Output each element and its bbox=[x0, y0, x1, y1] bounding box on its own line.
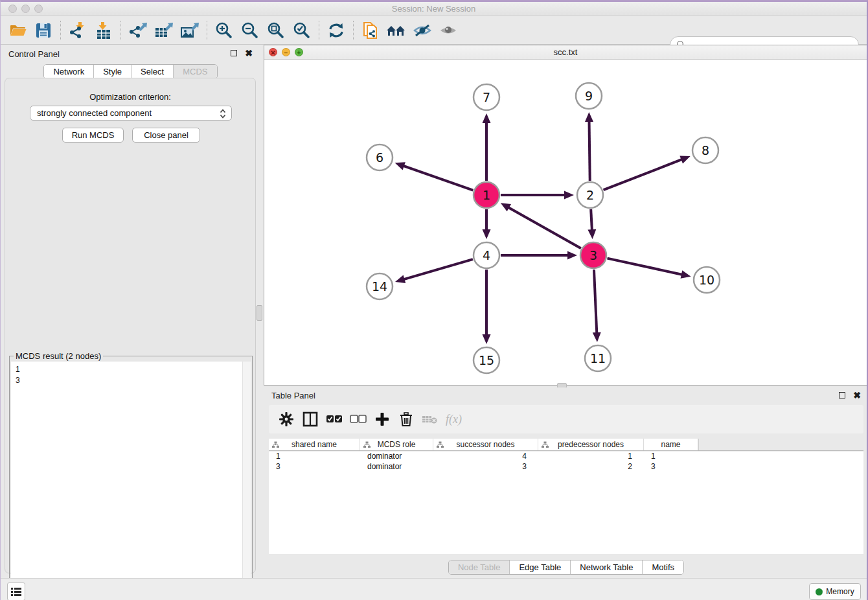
table-panel: Table Panel ✖ bbox=[264, 387, 868, 577]
graph-edge-3-10[interactable] bbox=[607, 259, 682, 275]
eye-icon bbox=[439, 22, 458, 39]
tab-motifs[interactable]: Motifs bbox=[643, 560, 683, 574]
panel-splitter-handle[interactable] bbox=[257, 305, 262, 321]
tree-icon bbox=[542, 441, 549, 448]
gear-icon bbox=[279, 411, 294, 427]
open-session-button[interactable] bbox=[5, 19, 30, 41]
network-graph-canvas[interactable]: 1234678910111415 bbox=[264, 60, 867, 385]
column-header-successor-nodes[interactable]: successor nodes bbox=[433, 439, 538, 450]
application-window: Session: New Session bbox=[0, 0, 868, 600]
table-row[interactable]: 1dominator411 bbox=[269, 451, 863, 461]
export-table-button[interactable] bbox=[151, 19, 177, 41]
float-panel-icon[interactable] bbox=[231, 50, 237, 56]
close-panel-button[interactable]: Close panel bbox=[132, 128, 200, 143]
show-all-button[interactable] bbox=[435, 19, 461, 41]
list-icon bbox=[10, 586, 22, 597]
float-table-panel-icon[interactable] bbox=[839, 392, 845, 398]
import-network-button[interactable] bbox=[65, 19, 91, 41]
select-all-button[interactable] bbox=[322, 408, 346, 430]
tab-network[interactable]: Network bbox=[44, 65, 94, 78]
clone-network-button[interactable] bbox=[358, 19, 383, 41]
export-image-icon bbox=[180, 21, 200, 40]
graph-edge-2-9[interactable] bbox=[589, 121, 589, 181]
tree-icon bbox=[437, 441, 444, 448]
table-cell: 2 bbox=[538, 461, 644, 472]
mcds-result-box: MCDS result (2 nodes) 13 bbox=[9, 356, 253, 600]
network-window-titlebar[interactable]: ✕ − + scc.txt bbox=[264, 45, 867, 60]
save-session-button[interactable] bbox=[30, 19, 56, 41]
graph-node-label-3: 3 bbox=[589, 248, 597, 262]
trash-icon bbox=[399, 411, 413, 427]
table-panel-tabs: Node TableEdge TableNetwork TableMotifs bbox=[264, 560, 868, 575]
criterion-dropdown[interactable]: strongly connected component bbox=[30, 106, 232, 121]
graph-edge-2-8[interactable] bbox=[604, 159, 683, 190]
tab-edge-table[interactable]: Edge Table bbox=[510, 560, 571, 574]
graph-arrowhead bbox=[681, 270, 691, 279]
delete-table-icon bbox=[422, 414, 439, 424]
graph-edge-4-14[interactable] bbox=[403, 259, 472, 279]
table-cell: 1 bbox=[269, 451, 360, 461]
tab-mcds[interactable]: MCDS bbox=[174, 65, 216, 78]
graph-arrowhead bbox=[395, 275, 405, 283]
graph-edge-3-1[interactable] bbox=[508, 207, 581, 249]
show-columns-button[interactable] bbox=[298, 408, 322, 430]
close-table-panel-icon[interactable]: ✖ bbox=[853, 392, 861, 398]
table-settings-button[interactable] bbox=[274, 408, 298, 430]
dropdown-stepper-icon bbox=[219, 108, 227, 119]
column-header-MCDS-role[interactable]: MCDS role bbox=[360, 439, 433, 450]
toolbar-separator bbox=[60, 21, 61, 40]
hide-selected-button[interactable] bbox=[409, 19, 435, 41]
control-panel: Control Panel ✖ NetworkStyleSelectMCDS O… bbox=[1, 45, 260, 577]
plus-icon bbox=[375, 412, 389, 426]
graph-node-label-15: 15 bbox=[479, 353, 494, 367]
export-image-button[interactable] bbox=[177, 19, 203, 41]
delete-column-button[interactable] bbox=[394, 408, 418, 430]
first-neighbors-button[interactable] bbox=[383, 19, 409, 41]
column-header-predecessor-nodes[interactable]: predecessor nodes bbox=[538, 439, 644, 450]
optimization-criterion-label: Optimization criterion: bbox=[5, 92, 255, 102]
table-row[interactable]: 3dominator323 bbox=[269, 461, 863, 472]
table-cell: 1 bbox=[538, 451, 644, 461]
deselect-all-button[interactable] bbox=[346, 408, 370, 430]
export-network-button[interactable] bbox=[125, 19, 151, 41]
tab-network-table[interactable]: Network Table bbox=[571, 560, 643, 574]
graph-arrowhead bbox=[593, 332, 601, 342]
import-table-icon bbox=[95, 21, 113, 40]
eye-slash-icon bbox=[413, 22, 432, 39]
import-network-icon bbox=[69, 21, 87, 40]
memory-status-icon bbox=[816, 588, 823, 595]
control-panel-header: Control Panel ✖ bbox=[1, 45, 260, 63]
create-column-button[interactable] bbox=[370, 408, 394, 430]
graph-node-label-14: 14 bbox=[372, 279, 387, 294]
open-folder-icon bbox=[8, 22, 27, 39]
mcds-result-line: 3 bbox=[16, 375, 251, 386]
import-table-button[interactable] bbox=[91, 19, 117, 41]
graph-edge-2-3[interactable] bbox=[591, 209, 592, 231]
zoom-selected-button[interactable] bbox=[289, 19, 315, 41]
export-network-icon bbox=[128, 21, 148, 40]
mcds-result-list[interactable]: 13 bbox=[11, 362, 251, 599]
apply-layout-button[interactable] bbox=[323, 19, 349, 41]
zoom-out-button[interactable] bbox=[237, 19, 263, 41]
column-header-name[interactable]: name bbox=[644, 439, 698, 450]
tab-style[interactable]: Style bbox=[94, 65, 131, 78]
run-mcds-button[interactable]: Run MCDS bbox=[62, 128, 124, 143]
zoom-in-button[interactable] bbox=[211, 19, 237, 41]
result-scrollbar[interactable] bbox=[242, 362, 251, 599]
tab-node-table[interactable]: Node Table bbox=[449, 560, 510, 574]
memory-button[interactable]: Memory bbox=[809, 583, 861, 600]
table-cell: 3 bbox=[433, 461, 538, 472]
close-panel-icon[interactable]: ✖ bbox=[245, 50, 253, 56]
tab-select[interactable]: Select bbox=[131, 65, 174, 78]
table-toolbar: f(x) bbox=[269, 405, 863, 433]
zoom-fit-button[interactable] bbox=[263, 19, 289, 41]
graph-edge-3-11[interactable] bbox=[594, 270, 597, 334]
memory-label: Memory bbox=[826, 587, 854, 596]
graph-edge-1-6[interactable] bbox=[403, 166, 473, 190]
column-header-shared-name[interactable]: shared name bbox=[269, 439, 360, 450]
save-floppy-icon bbox=[35, 22, 52, 39]
toolbar-separator bbox=[207, 21, 207, 40]
task-history-button[interactable] bbox=[7, 583, 25, 600]
unchecked-boxes-icon bbox=[350, 415, 367, 424]
mcds-tab-content: Optimization criterion: strongly connect… bbox=[5, 78, 256, 573]
